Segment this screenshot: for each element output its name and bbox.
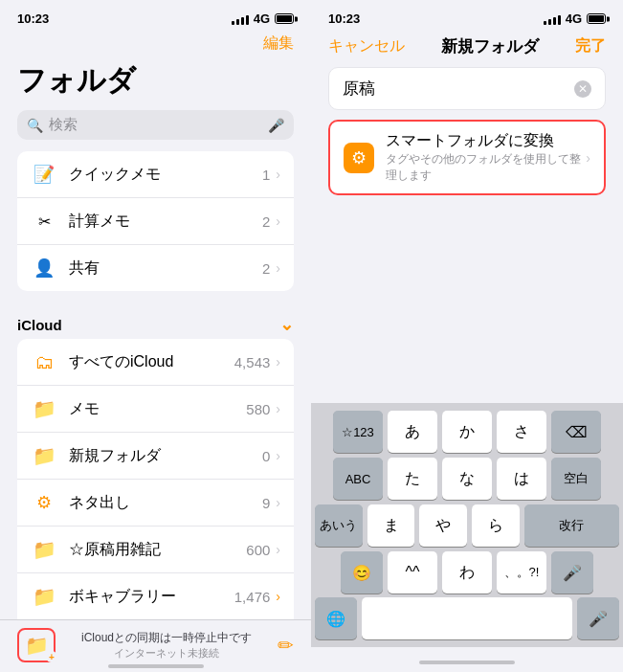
folder-list: 📝 クイックメモ 1 › ✂ 計算メモ 2 › 👤 共有 2 › iCloud … — [0, 151, 311, 619]
left-header: 編集 — [0, 30, 311, 61]
item-label: 計算メモ — [69, 212, 262, 232]
left-panel: 10:23 4G 編集 フォルダ 🔍 検索 🎤 📝 クイックメモ 1 — [0, 0, 311, 672]
list-item[interactable]: 📁 メモ 580 › — [17, 386, 294, 433]
list-item[interactable]: 📝 クイックメモ 1 › — [17, 151, 294, 198]
quick-memo-icon: 📝 — [31, 161, 57, 188]
clear-button[interactable]: ✕ — [574, 80, 591, 98]
key-space[interactable]: 空白 — [551, 458, 601, 500]
sync-title: iCloudとの同期は一時停止中です — [81, 630, 252, 646]
left-status-right: 4G — [232, 11, 294, 26]
key-return[interactable]: 改行 — [524, 504, 619, 547]
keyboard-row-1: ☆123 あ か さ ⌫ — [315, 411, 619, 453]
icloud-section: 🗂 すべてのiCloud 4,543 › 📁 メモ 580 › 📁 新規フォルダ… — [17, 339, 294, 619]
folder-name-field[interactable]: 原稿 ✕ — [328, 67, 606, 110]
right-network: 4G — [566, 11, 582, 26]
key-spacebar[interactable] — [362, 597, 572, 639]
smart-folder-text: スマートフォルダに変換 タグやその他のフォルダを使用して整理します — [386, 131, 586, 184]
item-count: 1 — [262, 167, 270, 183]
key-ya[interactable]: や — [419, 504, 467, 547]
smart-folder-subtitle: タグやその他のフォルダを使用して整理します — [386, 151, 586, 184]
folder-icon: 📁 — [31, 442, 57, 469]
left-status-bar: 10:23 4G — [0, 0, 311, 30]
key-mic-btn[interactable]: 🎤 — [577, 597, 619, 639]
folder-icon: 📁 — [31, 395, 57, 422]
keyboard-row-4: 😊 ^^ わ 、。?! 🎤 — [315, 551, 619, 594]
left-time: 10:23 — [17, 11, 49, 26]
keyboard-row-2: ABC た な は 空白 — [315, 458, 619, 500]
chevron-icon: › — [276, 589, 280, 604]
key-hiragana[interactable]: あいう — [315, 504, 363, 547]
key-wa[interactable]: わ — [442, 551, 492, 594]
new-folder-icon: 📁 — [25, 634, 49, 657]
item-count: 1,476 — [234, 589, 271, 605]
plus-badge: + — [46, 651, 57, 662]
chevron-icon: › — [276, 167, 280, 182]
nav-title: 新規フォルダ — [441, 35, 539, 57]
chevron-icon: › — [276, 354, 280, 370]
smart-folder-row[interactable]: ⚙ スマートフォルダに変換 タグやその他のフォルダを使用して整理します › — [328, 120, 606, 195]
list-item[interactable]: ✂ 計算メモ 2 › — [17, 198, 294, 245]
key-ra[interactable]: ら — [472, 504, 520, 547]
key-na[interactable]: な — [442, 458, 492, 500]
item-label: ☆原稿用雑記 — [69, 540, 246, 560]
compose-button[interactable]: ✏ — [278, 634, 294, 657]
item-label: 共有 — [69, 258, 262, 279]
home-indicator — [108, 664, 204, 668]
chevron-icon: › — [276, 448, 280, 463]
key-a[interactable]: あ — [388, 411, 437, 453]
search-placeholder: 検索 — [49, 116, 262, 134]
key-ww[interactable]: ^^ — [388, 551, 437, 594]
item-label: メモ — [69, 399, 246, 419]
key-123[interactable]: ☆123 — [333, 411, 383, 453]
mic-icon[interactable]: 🎤 — [268, 118, 284, 133]
item-count: 9 — [262, 495, 270, 511]
right-home-indicator — [311, 647, 623, 672]
item-count: 2 — [262, 260, 270, 277]
spacer — [311, 209, 623, 403]
top-section: 📝 クイックメモ 1 › ✂ 計算メモ 2 › 👤 共有 2 › — [17, 151, 294, 291]
key-punct[interactable]: 、。?! — [497, 551, 546, 594]
key-mic[interactable]: 🎤 — [551, 551, 593, 594]
folder-icon: 🗂 — [31, 348, 57, 375]
right-time: 10:23 — [328, 11, 360, 26]
edit-button[interactable]: 編集 — [263, 34, 294, 54]
cancel-button[interactable]: キャンセル — [328, 36, 405, 56]
right-signal-bars — [544, 13, 561, 25]
key-ka[interactable]: か — [442, 411, 492, 453]
smart-folder-chevron: › — [586, 150, 590, 166]
collapse-icon[interactable]: ⌄ — [279, 314, 294, 335]
icloud-section-header: iCloud ⌄ — [0, 308, 311, 339]
item-label: ネタ出し — [69, 493, 262, 513]
chevron-icon: › — [276, 495, 280, 510]
right-nav: キャンセル 新規フォルダ 完了 — [311, 30, 623, 67]
key-backspace[interactable]: ⌫ — [551, 411, 601, 453]
item-count: 600 — [246, 542, 270, 558]
list-item[interactable]: 📁 新規フォルダ 0 › — [17, 433, 294, 480]
list-item[interactable]: 📁 ☆原稿用雑記 600 › — [17, 526, 294, 573]
search-icon: 🔍 — [27, 118, 43, 133]
list-item[interactable]: ⚙ ネタ出し 9 › — [17, 480, 294, 526]
keyboard-row-3: あいう ま や ら 改行 — [315, 504, 619, 547]
right-panel: 10:23 4G キャンセル 新規フォルダ 完了 原稿 ✕ ⚙ スマートフォルダ… — [311, 0, 623, 672]
list-item[interactable]: 🗂 すべてのiCloud 4,543 › — [17, 339, 294, 386]
item-count: 580 — [246, 401, 270, 417]
key-emoji[interactable]: 😊 — [341, 551, 383, 594]
smart-folder-icon: ⚙ — [344, 143, 374, 173]
item-label: すべてのiCloud — [69, 352, 234, 372]
key-ma[interactable]: ま — [367, 504, 415, 547]
key-globe[interactable]: 🌐 — [315, 597, 357, 639]
key-abc[interactable]: ABC — [333, 458, 383, 500]
chevron-icon: › — [276, 213, 280, 229]
smart-folder-title: スマートフォルダに変換 — [386, 131, 586, 151]
page-title: フォルダ — [0, 61, 311, 110]
chevron-icon: › — [276, 401, 280, 416]
list-item[interactable]: 👤 共有 2 › — [17, 245, 294, 291]
item-count: 2 — [262, 213, 270, 230]
key-sa[interactable]: さ — [497, 411, 546, 453]
list-item[interactable]: 📁 ボキャブラリー 1,476 › — [17, 573, 294, 619]
key-ta[interactable]: た — [388, 458, 437, 500]
new-folder-button[interactable]: 📁 + — [17, 628, 56, 662]
key-ha[interactable]: は — [497, 458, 546, 500]
search-bar[interactable]: 🔍 検索 🎤 — [17, 110, 294, 140]
done-button[interactable]: 完了 — [575, 36, 606, 56]
